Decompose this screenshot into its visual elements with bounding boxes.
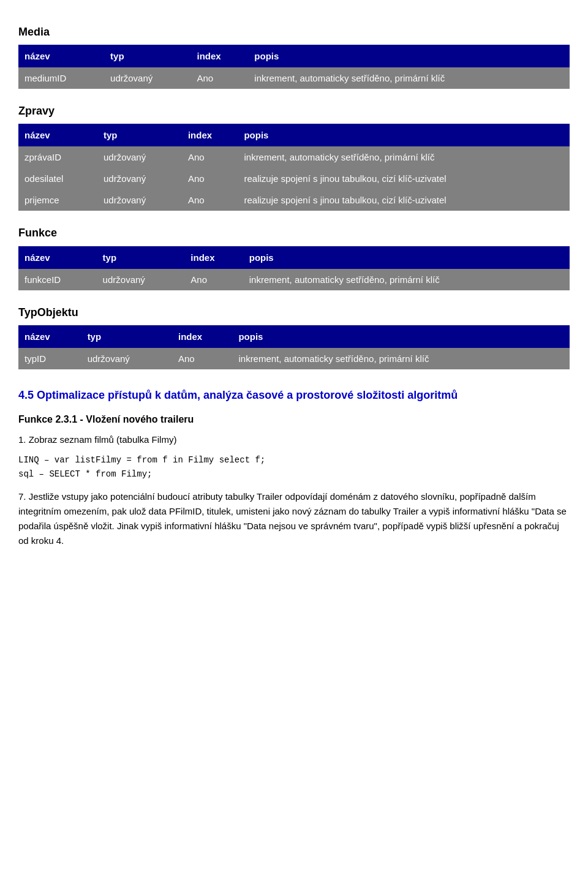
code-block-linq: LINQ – var listFilmy = from f in Filmy s… (18, 453, 570, 481)
cell-popis: inkrement, automaticky setříděno, primár… (248, 67, 570, 89)
media-header-row: název typ index popis (18, 45, 570, 67)
step7-content: Jestliže vstupy jako potenciální budoucí… (18, 491, 567, 546)
subsection-231-heading: Funkce 2.3.1 - Vložení nového traileru (18, 413, 570, 426)
col-nazev-funkce: název (18, 246, 97, 269)
cell-index: Ano (184, 269, 243, 290)
col-index-funkce: index (184, 246, 243, 269)
cell-typ: udržovaný (97, 269, 185, 290)
col-popis-funkce: popis (243, 246, 570, 269)
col-index-media: index (191, 45, 249, 67)
media-table: název typ index popis mediumID udržovaný… (18, 45, 570, 89)
typobjektu-title: TypObjektu (18, 305, 570, 320)
cell-typ: udržovaný (97, 146, 182, 168)
col-popis-typobjektu: popis (232, 325, 570, 348)
col-popis-media: popis (248, 45, 570, 67)
typobjektu-table: název typ index popis typID udržovaný An… (18, 325, 570, 369)
cell-index: Ano (191, 67, 249, 89)
col-typ-zpravy: typ (97, 124, 182, 146)
cell-typ: udržovaný (97, 189, 182, 211)
section-45: 4.5 Optimalizace přístupů k datům, analý… (18, 388, 570, 548)
typobjektu-header-row: název typ index popis (18, 325, 570, 348)
cell-popis: realizuje spojení s jinou tabulkou, cizí… (238, 189, 570, 211)
step7-number: 7. (18, 491, 29, 502)
cell-typ: udržovaný (97, 168, 182, 189)
cell-index: Ano (182, 146, 238, 168)
funkce-header-row: název typ index popis (18, 246, 570, 269)
col-popis-zpravy: popis (238, 124, 570, 146)
table-row: funkceID udržovaný Ano inkrement, automa… (18, 269, 570, 290)
step1-label: 1. Zobraz seznam filmů (tabulka Filmy) (18, 432, 570, 447)
table-row: odesilatel udržovaný Ano realizuje spoje… (18, 168, 570, 189)
cell-nazev: funkceID (18, 269, 97, 290)
typobjektu-section: TypObjektu název typ index popis typID u… (18, 305, 570, 369)
funkce-section: Funkce název typ index popis funkceID ud… (18, 225, 570, 290)
zpravy-title: Zpravy (18, 104, 570, 119)
cell-typ: udržovaný (104, 67, 190, 89)
cell-index: Ano (182, 168, 238, 189)
cell-popis: inkrement, automaticky setříděno, primár… (238, 146, 570, 168)
table-row: mediumID udržovaný Ano inkrement, automa… (18, 67, 570, 89)
cell-nazev: typID (18, 348, 81, 369)
col-index-typobjektu: index (172, 325, 232, 348)
zpravy-section: Zpravy název typ index popis zprávaID ud… (18, 104, 570, 211)
funkce-title: Funkce (18, 225, 570, 241)
cell-nazev: zprávaID (18, 146, 97, 168)
media-section: Media název typ index popis mediumID udr… (18, 25, 570, 89)
cell-nazev: prijemce (18, 189, 97, 211)
cell-popis: inkrement, automaticky setříděno, primár… (243, 269, 570, 290)
cell-index: Ano (182, 189, 238, 211)
media-title: Media (18, 25, 570, 40)
table-row: typID udržovaný Ano inkrement, automatic… (18, 348, 570, 369)
cell-nazev: odesilatel (18, 168, 97, 189)
table-row: zprávaID udržovaný Ano inkrement, automa… (18, 146, 570, 168)
table-row: prijemce udržovaný Ano realizuje spojení… (18, 189, 570, 211)
col-typ-funkce: typ (97, 246, 185, 269)
col-nazev-media: název (18, 45, 104, 67)
cell-index: Ano (172, 348, 232, 369)
section-45-heading: 4.5 Optimalizace přístupů k datům, analý… (18, 388, 570, 403)
step7-text: 7. Jestliže vstupy jako potenciální budo… (18, 489, 570, 548)
cell-popis: inkrement, automaticky setříděno, primár… (232, 348, 570, 369)
cell-popis: realizuje spojení s jinou tabulkou, cizí… (238, 168, 570, 189)
col-typ-typobjektu: typ (81, 325, 172, 348)
zpravy-header-row: název typ index popis (18, 124, 570, 146)
funkce-table: název typ index popis funkceID udržovaný… (18, 246, 570, 290)
zpravy-table: název typ index popis zprávaID udržovaný… (18, 124, 570, 211)
cell-nazev: mediumID (18, 67, 104, 89)
col-nazev-typobjektu: název (18, 325, 81, 348)
cell-typ: udržovaný (81, 348, 172, 369)
col-nazev-zpravy: název (18, 124, 97, 146)
col-index-zpravy: index (182, 124, 238, 146)
col-typ-media: typ (104, 45, 190, 67)
